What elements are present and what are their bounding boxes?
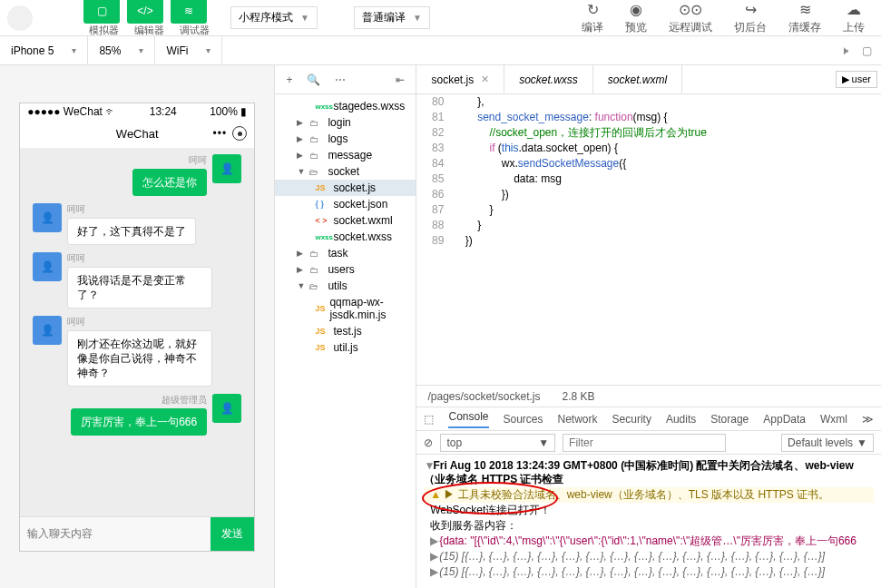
phone-frame: ●●●●● WeChat ᯤ 13:24 100% ▮ WeChat ••• 👤… [19, 103, 255, 552]
side-tab[interactable]: ▶ user [836, 71, 877, 88]
context-select[interactable]: top▼ [440, 434, 555, 452]
message-avatar: 👤 [212, 394, 241, 423]
message-bubble: 刚才还在你这边呢，就好像是你自己说得，神奇不神奇？ [67, 330, 212, 387]
phone-navbar: WeChat ••• [20, 120, 254, 149]
message-name: 呵呵 [67, 203, 196, 216]
tree-file[interactable]: < >socket.wxml [275, 212, 416, 229]
compile-dropdown[interactable]: 普通编译 ▼ [354, 6, 430, 29]
console-line: WebSocket连接已打开！ [424, 503, 874, 518]
eye-icon: ◉ [630, 1, 642, 18]
more-icon[interactable]: ≫ [862, 413, 874, 426]
tree-file[interactable]: JStest.js [275, 323, 416, 339]
message-row: 👤呵呵好了，这下真得不是了 [27, 203, 247, 245]
console-filter-bar: ⊘ top▼ Default levels ▼ [416, 431, 881, 455]
user-avatar[interactable] [7, 5, 33, 31]
switch-icon: ↪ [745, 1, 757, 18]
devtools-tab[interactable]: Network [558, 413, 598, 426]
editor-tab[interactable]: socket.wxml [593, 65, 682, 93]
message-row: 👤呵呵刚才还在你这边呢，就好像是你自己说得，神奇不神奇？ [27, 316, 247, 387]
debugger-button[interactable]: ≋ [171, 0, 207, 24]
devtools-tab[interactable]: Storage [710, 413, 749, 426]
more-icon[interactable]: ⋯ [335, 74, 346, 86]
tree-folder[interactable]: ▶🗀logs [275, 131, 416, 147]
tree-file[interactable]: wxssstagedes.wxss [275, 98, 416, 114]
mode-dropdown[interactable]: 小程序模式 ▼ [230, 6, 318, 29]
close-icon[interactable]: ✕ [481, 74, 489, 85]
devtools-tab[interactable]: Audits [666, 413, 696, 426]
target-icon[interactable] [232, 126, 247, 141]
editor-tab[interactable]: socket.js✕ [416, 65, 504, 93]
rotate-icon[interactable]: ▢ [862, 44, 872, 57]
menu-icon[interactable]: ••• [213, 127, 228, 140]
collapse-icon[interactable]: ⇤ [396, 74, 405, 86]
device-subbar: iPhone 5▾ 85%▾ WiFi▾ 🕨 ▢ [0, 36, 881, 65]
cloud-icon: ☁ [847, 1, 861, 18]
tree-folder[interactable]: ▶🗀users [275, 261, 416, 278]
carrier-label: ●●●●● WeChat ᯤ [27, 105, 116, 118]
layers-icon: ≋ [799, 1, 811, 18]
background-tool[interactable]: ↪切后台 [725, 0, 776, 37]
console-output[interactable]: ▼Fri Aug 10 2018 13:24:39 GMT+0800 (中国标准… [416, 455, 881, 588]
message-name: 呵呵 [67, 252, 212, 265]
remote-debug-tool[interactable]: ⊙⊙远程调试 [660, 0, 721, 37]
devtools-tabs: ⬚ConsoleSourcesNetworkSecurityAuditsStor… [416, 407, 881, 431]
message-row: 👤呵呵我说得话是不是变正常了？ [27, 252, 247, 309]
code-area[interactable]: 80818283848586878889 }, send_socket_mess… [416, 94, 881, 385]
devtools-tab[interactable]: Wxml [820, 413, 847, 426]
mute-icon[interactable]: 🕨 [840, 44, 851, 57]
tree-file[interactable]: wxsssocket.wxss [275, 229, 416, 245]
chevron-down-icon: ▼ [413, 13, 422, 23]
clear-icon[interactable]: ⊘ [424, 436, 433, 449]
search-icon[interactable]: 🔍 [307, 74, 320, 86]
editor-tab[interactable]: socket.wxss [504, 65, 593, 93]
file-size: 2.8 KB [563, 390, 595, 403]
console-line: ▼Fri Aug 10 2018 13:24:39 GMT+0800 (中国标准… [424, 458, 874, 487]
tree-file[interactable]: { }socket.json [275, 196, 416, 212]
tree-folder[interactable]: ▼🗁socket [275, 163, 416, 180]
message-name: 超级管理员 [162, 394, 207, 407]
message-bubble: 我说得话是不是变正常了？ [67, 267, 212, 309]
simulator-label: 模拟器 [85, 24, 122, 37]
message-bubble: 好了，这下真得不是了 [67, 218, 196, 245]
devtools-tab[interactable]: Console [448, 410, 488, 428]
zoom-select[interactable]: 85%▾ [88, 36, 155, 64]
network-select[interactable]: WiFi▾ [155, 36, 222, 64]
inspect-icon[interactable]: ⬚ [424, 413, 434, 426]
tree-folder[interactable]: ▶🗀login [275, 114, 416, 131]
refresh-icon: ↻ [587, 1, 599, 18]
phone-statusbar: ●●●●● WeChat ᯤ 13:24 100% ▮ [20, 103, 254, 120]
levels-select[interactable]: Default levels ▼ [781, 434, 874, 452]
top-toolbar: ▢ </> ≋ 模拟器 编辑器 调试器 小程序模式 ▼ 普通编译 ▼ ↻编译 ◉… [0, 0, 881, 36]
compile-tool[interactable]: ↻编译 [573, 0, 612, 37]
message-avatar: 👤 [212, 154, 241, 183]
tree-file[interactable]: JSqqmap-wx-jssdk.min.js [275, 294, 416, 323]
tree-folder[interactable]: ▶🗀message [275, 147, 416, 163]
code-lines[interactable]: }, send_socket_message: function(msg) { … [453, 94, 881, 385]
device-select[interactable]: iPhone 5▾ [0, 36, 88, 64]
filter-input[interactable] [563, 434, 726, 452]
console-line: ▶(15) [{…}, {…}, {…}, {…}, {…}, {…}, {…}… [424, 564, 874, 580]
devtools-tab[interactable]: Sources [504, 413, 543, 426]
chat-body[interactable]: 👤呵呵怎么还是你👤呵呵好了，这下真得不是了👤呵呵我说得话是不是变正常了？👤呵呵刚… [20, 149, 254, 516]
editor-button[interactable]: </> [127, 0, 163, 24]
preview-tool[interactable]: ◉预览 [616, 0, 656, 37]
devtools-tab[interactable]: Security [612, 413, 651, 426]
upload-tool[interactable]: ☁上传 [834, 0, 874, 37]
add-icon[interactable]: + [286, 74, 292, 86]
message-avatar: 👤 [33, 252, 62, 281]
tree-folder[interactable]: ▶🗀task [275, 245, 416, 261]
clear-cache-tool[interactable]: ≋清缓存 [779, 0, 830, 37]
debugger-label: 调试器 [176, 24, 212, 37]
file-tree[interactable]: wxssstagedes.wxss▶🗀login▶🗀logs▶🗀message▼… [275, 94, 416, 359]
chat-input[interactable] [20, 517, 210, 551]
tree-folder[interactable]: ▼🗁utils [275, 278, 416, 294]
tree-file[interactable]: JSsocket.js [275, 180, 416, 196]
chevron-down-icon: ▾ [206, 45, 210, 55]
devtools-tab[interactable]: AppData [763, 413, 806, 426]
file-path: /pages/socket/socket.js [427, 390, 540, 403]
tree-file[interactable]: JSutil.js [275, 339, 416, 356]
input-bar: 发送 [20, 516, 254, 551]
send-button[interactable]: 发送 [210, 517, 254, 551]
simulator-button[interactable]: ▢ [83, 0, 120, 24]
message-row: 👤呵呵怎么还是你 [27, 154, 247, 196]
